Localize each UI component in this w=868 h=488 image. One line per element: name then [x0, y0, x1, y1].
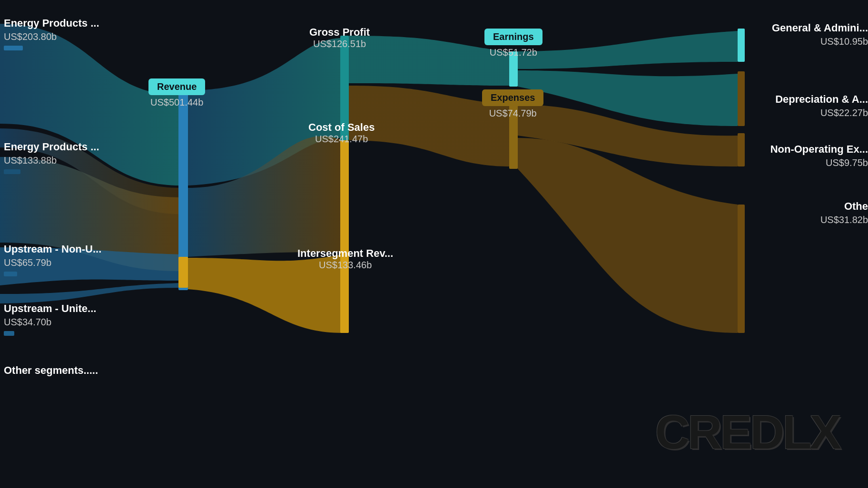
label-upstream-non-us: Upstream - Non-U... US$65.79b [4, 243, 101, 276]
label-other-segments: Other segments..... [4, 364, 98, 378]
revenue-badge[interactable]: Revenue [148, 78, 205, 95]
gross-profit-label: Gross Profit US$126.51b [309, 26, 370, 49]
credlx-logo: CREDLX [655, 405, 839, 459]
svg-rect-10 [738, 205, 745, 333]
label-depreciation: Depreciation & A... US$22.27b [775, 93, 868, 119]
label-upstream-us: Upstream - Unite... US$34.70b [4, 302, 96, 336]
svg-rect-1 [178, 257, 188, 288]
svg-rect-3 [340, 140, 349, 254]
label-other: Othe US$31.82b [820, 200, 868, 226]
earnings-badge[interactable]: Earnings [484, 29, 542, 45]
revenue-node-label: Revenue US$501.44b [148, 78, 205, 108]
earnings-node-label: Earnings US$51.72b [484, 29, 542, 58]
label-energy-products-2: Energy Products ... US$133.88b [4, 140, 99, 174]
intersegment-label: Intersegment Rev... US$133.46b [297, 247, 393, 271]
label-non-operating: Non-Operating Ex... US$9.75b [770, 143, 868, 169]
svg-rect-7 [738, 29, 745, 62]
svg-rect-9 [738, 133, 745, 166]
cost-of-sales-label: Cost of Sales US$241.47b [308, 121, 375, 145]
svg-rect-8 [738, 71, 745, 126]
expenses-node-label: Expenses US$74.79b [482, 89, 543, 119]
sankey-chart: Energy Products ... US$203.80b Energy Pr… [0, 0, 868, 488]
expenses-badge[interactable]: Expenses [482, 89, 543, 106]
label-gen-admin: General & Admini... US$10.95b [772, 21, 868, 48]
label-energy-products-1: Energy Products ... US$203.80b [4, 17, 99, 50]
